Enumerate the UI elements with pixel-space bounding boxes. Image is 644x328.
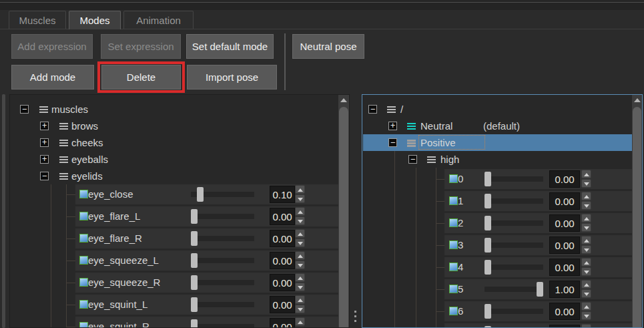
tree-node-row[interactable]: +brows <box>11 118 337 134</box>
tab-muscles[interactable]: Muscles <box>9 11 66 29</box>
spin-up-button[interactable] <box>581 170 591 178</box>
left-panel-scrollbar[interactable] <box>338 95 349 327</box>
slider-handle[interactable] <box>191 319 198 328</box>
slider-track[interactable] <box>485 242 543 248</box>
slider-handle[interactable] <box>191 253 198 268</box>
spin-down-button[interactable] <box>581 267 591 276</box>
slider-handle[interactable] <box>191 231 198 246</box>
slider-track[interactable] <box>485 265 543 270</box>
neutral-pose-button[interactable]: Neutral pose <box>292 34 364 59</box>
slider-track[interactable] <box>485 287 543 292</box>
channel-checkbox-icon[interactable] <box>79 300 88 309</box>
value-field[interactable]: 0.00 <box>549 259 580 276</box>
slider-track[interactable] <box>485 198 543 204</box>
tree-node-row[interactable]: −high <box>363 151 632 168</box>
collapse-icon[interactable]: − <box>408 155 417 164</box>
slider-track[interactable] <box>191 302 254 307</box>
slider-handle[interactable] <box>485 260 491 275</box>
slider-track[interactable] <box>485 220 543 226</box>
slider-track[interactable] <box>485 176 543 182</box>
slider-handle[interactable] <box>485 216 491 230</box>
channel-checkbox-icon[interactable] <box>449 174 458 183</box>
spin-up-button[interactable] <box>581 324 591 328</box>
spin-up-button[interactable] <box>581 258 591 267</box>
spin-down-button[interactable] <box>295 194 305 203</box>
collapse-icon[interactable]: − <box>368 105 377 114</box>
expand-icon[interactable]: + <box>40 155 49 164</box>
collapse-icon[interactable]: − <box>20 105 29 114</box>
channel-checkbox-icon[interactable] <box>79 256 88 265</box>
spin-down-button[interactable] <box>295 216 305 225</box>
scrollbar-thumb[interactable] <box>339 107 348 328</box>
slider-track[interactable] <box>485 309 543 314</box>
spin-down-button[interactable] <box>581 201 591 210</box>
value-field[interactable]: 1.00 <box>549 281 580 298</box>
value-field[interactable]: 0.00 <box>270 230 295 247</box>
tree-node-row[interactable]: +cheeks <box>11 134 337 151</box>
spin-up-button[interactable] <box>295 207 305 216</box>
value-field[interactable]: 0.00 <box>270 296 295 313</box>
slider-track[interactable] <box>191 280 254 285</box>
spin-up-button[interactable] <box>295 295 305 304</box>
spin-up-button[interactable] <box>581 214 591 222</box>
channel-checkbox-icon[interactable] <box>79 278 88 287</box>
channel-checkbox-icon[interactable] <box>449 307 458 315</box>
tree-node-row[interactable]: +Neutral(default) <box>363 118 632 134</box>
tab-modes[interactable]: Modes <box>69 11 121 29</box>
spin-up-button[interactable] <box>295 185 305 194</box>
tree-node-row[interactable]: −eyelids <box>11 168 337 184</box>
spin-down-button[interactable] <box>581 289 591 298</box>
channel-checkbox-icon[interactable] <box>79 190 88 198</box>
value-field[interactable]: 0.10 <box>270 186 295 203</box>
scroll-up-icon[interactable] <box>338 95 349 106</box>
spin-down-button[interactable] <box>295 305 305 313</box>
value-field[interactable]: 0.00 <box>549 192 580 210</box>
spin-up-button[interactable] <box>581 192 591 200</box>
spin-up-button[interactable] <box>581 236 591 244</box>
channel-checkbox-icon[interactable] <box>449 285 458 293</box>
slider-handle[interactable] <box>191 297 198 312</box>
spin-down-button[interactable] <box>295 261 305 269</box>
spin-up-button[interactable] <box>295 229 305 238</box>
slider-handle[interactable] <box>537 282 543 297</box>
expand-icon[interactable]: + <box>40 122 49 130</box>
channel-checkbox-icon[interactable] <box>79 234 88 242</box>
value-field[interactable]: 0.00 <box>270 274 295 291</box>
value-field[interactable]: 0.00 <box>549 170 580 188</box>
spin-down-button[interactable] <box>581 311 591 320</box>
value-field[interactable] <box>549 325 580 328</box>
slider-handle[interactable] <box>191 275 198 290</box>
scroll-up-icon[interactable] <box>632 95 642 106</box>
right-panel-scrollbar[interactable] <box>632 95 642 327</box>
add-mode-button[interactable]: Add mode <box>11 65 94 90</box>
collapse-icon[interactable]: − <box>388 138 397 147</box>
channel-checkbox-icon[interactable] <box>79 212 88 220</box>
spin-down-button[interactable] <box>581 179 591 188</box>
scrollbar-thumb[interactable] <box>633 107 641 328</box>
slider-handle[interactable] <box>485 194 491 208</box>
expand-icon[interactable]: + <box>388 122 397 130</box>
collapse-icon[interactable]: − <box>40 172 49 180</box>
value-field[interactable]: 0.00 <box>549 214 580 232</box>
slider-track[interactable] <box>191 236 254 241</box>
spin-up-button[interactable] <box>295 273 305 282</box>
channel-checkbox-icon[interactable] <box>449 263 458 271</box>
slider-track[interactable] <box>191 214 254 219</box>
channel-checkbox-icon[interactable] <box>449 240 458 249</box>
set-default-mode-button[interactable]: Set default mode <box>186 34 274 59</box>
import-pose-button[interactable]: Import pose <box>187 65 277 90</box>
slider-handle[interactable] <box>197 187 204 202</box>
tree-node-row[interactable]: −/ <box>363 101 632 118</box>
slider-handle[interactable] <box>485 238 491 253</box>
value-field[interactable]: 0.00 <box>270 208 295 225</box>
channel-checkbox-icon[interactable] <box>449 196 458 205</box>
spin-down-button[interactable] <box>295 238 305 247</box>
slider-track[interactable] <box>191 258 254 263</box>
channel-checkbox-icon[interactable] <box>79 322 88 328</box>
spin-up-button[interactable] <box>295 317 305 326</box>
channel-checkbox-icon[interactable] <box>449 218 458 227</box>
value-field[interactable]: 0.00 <box>549 236 580 254</box>
value-field[interactable]: 0.00 <box>270 318 295 328</box>
spin-up-button[interactable] <box>581 280 591 289</box>
slider-handle[interactable] <box>485 304 491 319</box>
